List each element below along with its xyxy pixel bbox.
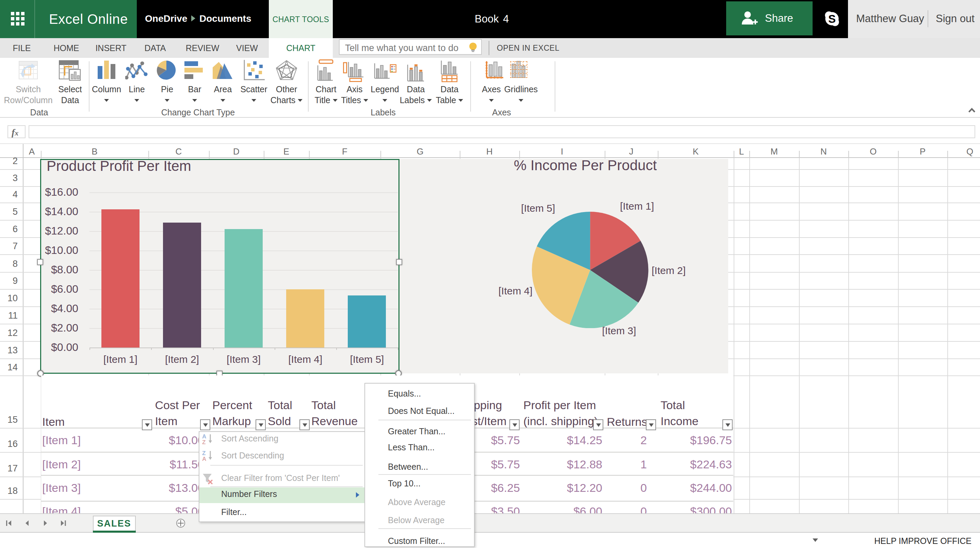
svg-text:A: A [202, 456, 206, 461]
svg-text:S: S [828, 13, 836, 25]
svg-text:Z: Z [202, 439, 205, 444]
